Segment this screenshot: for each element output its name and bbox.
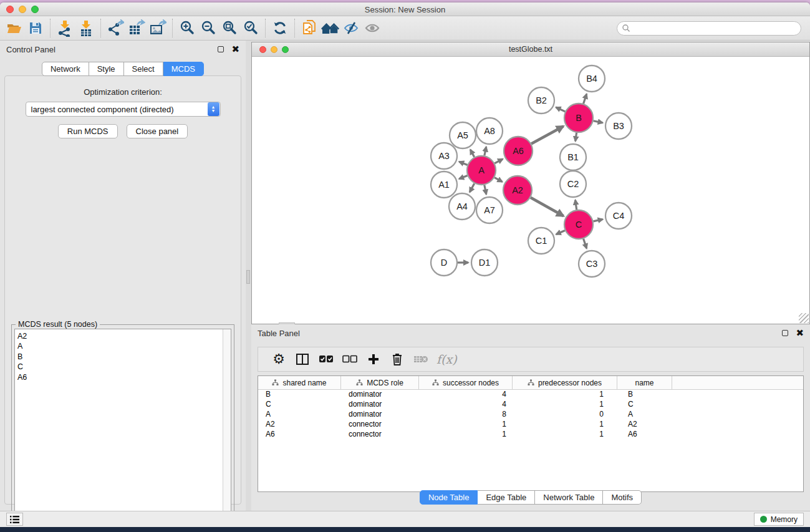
export-network-button[interactable] — [105, 19, 126, 37]
mcds-result-list[interactable]: A2ABCA6 — [14, 329, 231, 532]
tab-mcds[interactable]: MCDS — [163, 62, 204, 76]
delete-columns-button[interactable] — [385, 349, 409, 369]
column-header-successor-nodes[interactable]: successor nodes — [419, 376, 513, 389]
split-view-button[interactable] — [291, 349, 314, 369]
graph-node-B[interactable]: B — [564, 104, 593, 132]
hide-selected-button[interactable] — [341, 19, 362, 37]
column-header-predecessor-nodes[interactable]: predecessor nodes — [513, 376, 617, 389]
tab-network-table[interactable]: Network Table — [535, 490, 603, 505]
graph-node-B3[interactable]: B3 — [605, 113, 632, 139]
graph-node-A5[interactable]: A5 — [450, 122, 476, 148]
graph-node-C4[interactable]: C4 — [605, 203, 632, 229]
graph-edge-A-A3[interactable] — [459, 162, 467, 165]
graph-edge-A6-B[interactable] — [531, 126, 563, 143]
graph-node-A2[interactable]: A2 — [503, 176, 532, 205]
list-item[interactable]: C — [17, 362, 223, 372]
tab-network[interactable]: Network — [42, 62, 89, 76]
graph-node-A1[interactable]: A1 — [431, 172, 457, 198]
network-frame-titlebar[interactable]: testGlobe.txt — [252, 42, 809, 57]
node-table[interactable]: shared nameMCDS rolesuccessor nodesprede… — [258, 375, 804, 492]
graph-edge-C-C3[interactable] — [584, 239, 587, 249]
show-all-button[interactable] — [362, 19, 383, 37]
list-item[interactable]: A2 — [17, 331, 223, 341]
graph-edge-B-B4[interactable] — [584, 94, 587, 104]
float-panel-icon[interactable] — [782, 330, 788, 336]
first-neighbors-button[interactable] — [320, 19, 341, 37]
graph-node-A3[interactable]: A3 — [431, 143, 457, 169]
graph-edge-A-A4[interactable] — [470, 183, 474, 192]
graph-edge-A2-C[interactable] — [531, 198, 564, 216]
graph-node-A7[interactable]: A7 — [476, 197, 503, 223]
tab-select[interactable]: Select — [124, 62, 163, 76]
graph-edge-A-A7[interactable] — [485, 185, 486, 195]
graph-edge-A-A2[interactable] — [494, 178, 502, 182]
list-item[interactable]: A — [17, 341, 223, 351]
zoom-selected-button[interactable] — [240, 19, 261, 37]
graph-node-B4[interactable]: B4 — [579, 65, 605, 92]
graph-node-D[interactable]: D — [431, 249, 457, 276]
result-list-scrollbar[interactable] — [223, 329, 231, 532]
table-settings-button[interactable]: ⚙ — [267, 349, 291, 369]
panel-split-divider[interactable] — [246, 41, 251, 511]
delete-table-button[interactable] — [409, 349, 433, 369]
frame-resize-grip[interactable] — [799, 313, 809, 323]
export-table-button[interactable] — [126, 19, 147, 37]
graph-node-B1[interactable]: B1 — [560, 144, 586, 170]
graph-node-D1[interactable]: D1 — [471, 249, 498, 276]
graph-edge-B-B2[interactable] — [556, 107, 566, 112]
close-panel-icon[interactable]: ✖ — [231, 46, 239, 52]
tab-style[interactable]: Style — [89, 62, 124, 76]
zoom-out-button[interactable] — [198, 19, 219, 37]
column-header-MCDS-role[interactable]: MCDS role — [341, 376, 419, 389]
open-file-button[interactable] — [4, 19, 25, 37]
graph-edge-B-B1[interactable] — [576, 133, 577, 142]
table-row[interactable]: Bdominator41B — [258, 390, 803, 400]
tab-motifs[interactable]: Motifs — [603, 490, 642, 505]
column-header-name[interactable]: name — [617, 376, 672, 389]
float-panel-icon[interactable] — [218, 46, 224, 52]
graph-node-A6[interactable]: A6 — [504, 137, 533, 165]
graph-node-A[interactable]: A — [467, 156, 496, 185]
search-input[interactable] — [630, 22, 801, 34]
graph-edge-C-C2[interactable] — [576, 200, 577, 210]
list-item[interactable]: A6 — [17, 372, 223, 382]
function-builder-button[interactable]: f(x) — [436, 352, 457, 366]
graph-node-A8[interactable]: A8 — [476, 118, 503, 144]
deselect-all-button[interactable] — [338, 349, 362, 369]
graph-node-C[interactable]: C — [564, 210, 593, 239]
export-image-button[interactable] — [147, 19, 168, 37]
refresh-button[interactable] — [269, 19, 291, 37]
tab-node-table[interactable]: Node Table — [420, 490, 478, 505]
close-panel-icon[interactable]: ✖ — [796, 330, 804, 336]
run-mcds-button[interactable]: Run MCDS — [58, 124, 118, 138]
graph-node-A4[interactable]: A4 — [449, 193, 475, 220]
graph-node-C1[interactable]: C1 — [528, 228, 554, 254]
graph-node-C3[interactable]: C3 — [579, 251, 605, 277]
graph-edge-C-C4[interactable] — [593, 220, 602, 221]
memory-button[interactable]: Memory — [754, 513, 804, 526]
task-history-button[interactable] — [6, 513, 23, 526]
graph-edge-A-A5[interactable] — [470, 150, 474, 157]
import-table-button[interactable] — [75, 19, 97, 37]
graph-edge-A-A1[interactable] — [459, 176, 467, 179]
tab-edge-table[interactable]: Edge Table — [478, 490, 535, 505]
network-canvas[interactable]: B4B2BB3A8A5A6A3B1AA1C2A2A4A7C4CC1C3DD1 — [252, 57, 809, 324]
graph-edge-A-A8[interactable] — [485, 147, 486, 155]
add-column-button[interactable] — [362, 349, 385, 369]
table-row[interactable]: Adominator80A — [258, 410, 803, 420]
column-header-shared-name[interactable]: shared name — [258, 376, 341, 389]
graph-node-B2[interactable]: B2 — [528, 87, 554, 114]
zoom-fit-button[interactable] — [219, 19, 240, 37]
list-item[interactable]: B — [17, 352, 223, 362]
zoom-in-button[interactable] — [176, 19, 198, 37]
graph-edge-B-B3[interactable] — [594, 121, 603, 123]
table-row[interactable]: A2connector11A2 — [258, 420, 803, 430]
table-row[interactable]: A6connector11A6 — [258, 430, 803, 440]
graph-edge-C-C1[interactable] — [556, 231, 565, 235]
select-all-button[interactable] — [314, 349, 338, 369]
graph-node-C2[interactable]: C2 — [560, 171, 586, 197]
network-graph[interactable]: B4B2BB3A8A5A6A3B1AA1C2A2A4A7C4CC1C3DD1 — [252, 57, 809, 324]
graph-edge-A-A6[interactable] — [494, 159, 503, 163]
divider-grip[interactable] — [246, 270, 250, 284]
import-network-button[interactable] — [54, 19, 75, 37]
